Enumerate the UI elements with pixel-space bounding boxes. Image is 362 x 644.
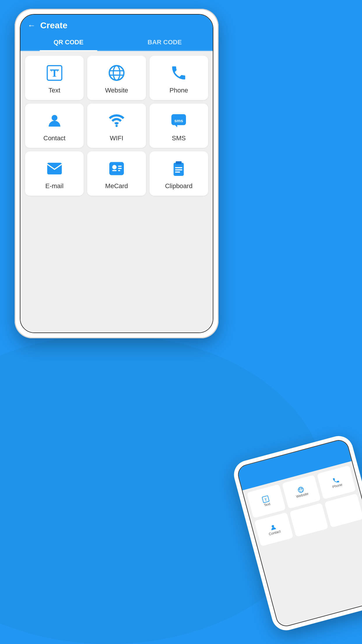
contact-label: Contact — [43, 134, 66, 142]
svg-point-28 — [272, 525, 275, 528]
svg-rect-19 — [176, 161, 182, 164]
svg-text:T: T — [264, 497, 267, 502]
sms-icon: sms — [168, 111, 189, 131]
globe-icon — [106, 63, 127, 83]
phone-frame: ← Create QR CODE BAR CODE T — [15, 9, 219, 338]
svg-text:T: T — [51, 68, 58, 79]
sms-label: SMS — [172, 134, 186, 142]
svg-point-4 — [113, 66, 120, 80]
content-grid: T Text — [20, 51, 213, 332]
text-icon: T — [44, 63, 65, 83]
grid-item-sms[interactable]: sms SMS — [150, 104, 208, 148]
wifi-icon — [106, 111, 127, 131]
svg-rect-21 — [175, 169, 182, 171]
svg-rect-20 — [175, 167, 182, 168]
svg-point-8 — [115, 125, 118, 127]
tab-bar: QR CODE BAR CODE — [20, 34, 213, 51]
tab-bar-code[interactable]: BAR CODE — [117, 34, 213, 50]
clipboard-icon — [168, 158, 189, 179]
grid-row-2: Contact WIFI — [25, 104, 208, 148]
svg-rect-11 — [109, 162, 124, 175]
svg-rect-14 — [118, 166, 122, 167]
email-icon — [44, 158, 65, 179]
app-header: ← Create QR CODE BAR CODE — [20, 15, 213, 51]
grid-item-website[interactable]: Website — [87, 56, 146, 100]
svg-rect-13 — [112, 170, 117, 171]
svg-point-7 — [52, 115, 57, 121]
phone-icon — [168, 63, 189, 83]
mecard-label: MeCard — [105, 182, 128, 190]
grid-item-phone[interactable]: Phone — [150, 56, 208, 100]
text-label: Text — [48, 87, 60, 94]
svg-text:sms: sms — [174, 118, 183, 123]
grid-item-text[interactable]: T Text — [25, 56, 84, 100]
email-label: E-mail — [45, 182, 63, 190]
grid-row-3: E-mail M — [25, 151, 208, 196]
wifi-label: WIFI — [110, 134, 123, 142]
svg-rect-22 — [175, 172, 180, 173]
website-label: Website — [105, 87, 128, 94]
grid-item-clipboard[interactable]: Clipboard — [150, 151, 208, 196]
tab-qr-code[interactable]: QR CODE — [20, 34, 117, 50]
grid-item-email[interactable]: E-mail — [25, 151, 84, 196]
back-button[interactable]: ← — [27, 21, 36, 30]
svg-rect-15 — [118, 168, 122, 169]
contact-icon — [44, 111, 65, 131]
grid-item-contact[interactable]: Contact — [25, 104, 84, 148]
grid-item-wifi[interactable]: WIFI — [87, 104, 146, 148]
svg-rect-16 — [118, 170, 120, 171]
mecard-icon — [106, 158, 127, 179]
svg-point-3 — [109, 66, 124, 80]
clipboard-label: Clipboard — [165, 182, 192, 190]
grid-row-1: T Text — [25, 56, 208, 100]
grid-item-mecard[interactable]: MeCard — [87, 151, 146, 196]
page-title: Create — [40, 20, 67, 30]
phone-label: Phone — [170, 87, 188, 94]
svg-point-12 — [112, 165, 117, 169]
